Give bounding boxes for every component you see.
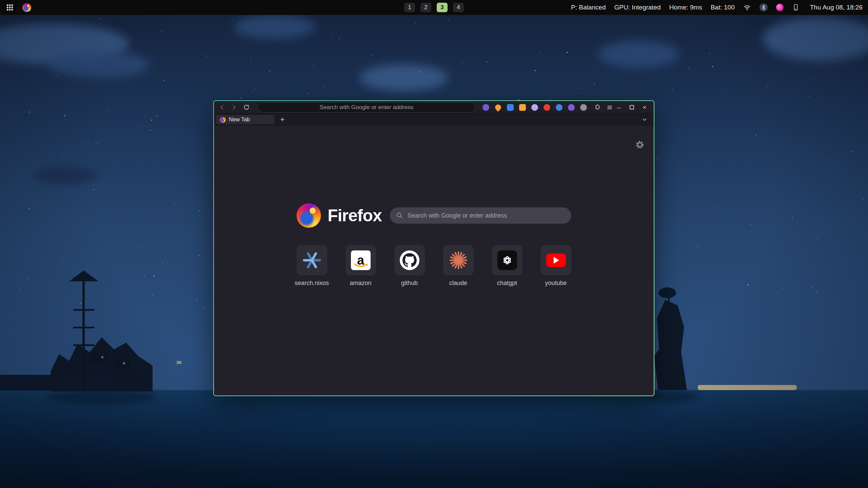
minimize-button[interactable]: – [614,103,623,112]
window-controls: – × [614,103,654,112]
maximize-button[interactable] [627,103,636,112]
cloud [34,166,98,185]
firefox-brand: Firefox [296,203,382,228]
tile [443,245,474,276]
chatgpt-icon [497,250,517,270]
display-icon[interactable] [792,4,800,11]
shortcut-claude[interactable]: claude [443,245,474,287]
shortcut-youtube[interactable]: youtube [541,245,571,287]
topbar-right: P: Balanced GPU: Integrated Home: 9ms Ba… [571,3,868,12]
tile-label: chatgpt [497,280,517,287]
shortcut-tiles: search.nixos a amazon [297,245,571,287]
newtab-search-input[interactable] [408,212,565,219]
github-icon [400,250,419,270]
search-icon [396,212,403,219]
island-light [102,357,103,358]
extension-icon-6[interactable] [544,104,550,111]
extension-icon-8[interactable] [568,104,575,111]
watchtower-pole [82,281,85,390]
wifi-icon[interactable] [743,4,751,12]
watchtower-roof [69,270,98,281]
back-button[interactable] [217,102,227,113]
gear-icon [635,140,644,149]
watchtower-platform [73,344,94,346]
power-profile-status: P: Balanced [571,4,606,11]
extension-icon-5[interactable] [531,104,538,111]
cloud [360,64,448,92]
nixos-icon [302,251,321,270]
amazon-icon: a [351,250,371,270]
tab-bar: New Tab + [214,114,654,125]
forward-button[interactable] [229,102,238,113]
top-status-bar: 1 2 3 4 P: Balanced GPU: Integrated Home… [0,0,868,15]
bluetooth-icon[interactable] [760,3,768,12]
workspace-switcher: 1 2 3 4 [404,3,464,12]
tile [541,245,571,276]
island-light [123,363,125,364]
wallpaper-sign-text: 3K [176,360,182,365]
app-launcher-button[interactable] [5,2,15,13]
newtab-page: Firefox [214,125,654,395]
tile [297,245,327,276]
tab-new-tab[interactable]: New Tab [216,115,274,124]
shortcut-amazon[interactable]: a amazon [346,245,376,287]
shortcut-chatgpt[interactable]: chatgpt [492,245,522,287]
watchtower-platform [73,309,94,311]
url-input[interactable] [258,103,475,112]
battery-status: Bat: 100 [711,4,735,11]
youtube-icon [546,253,566,267]
workspace-button-2[interactable]: 2 [420,3,431,12]
personalize-button[interactable] [635,140,644,150]
extension-icon-2[interactable] [494,103,502,111]
claude-icon [449,251,468,270]
app-menu-button[interactable] [605,102,614,113]
workspace-button-3[interactable]: 3 [437,3,448,12]
island-shore [0,375,115,390]
reload-button[interactable] [241,102,251,113]
tile-label: github [401,280,418,287]
tile-label: youtube [545,280,567,287]
newtab-search-bar [390,207,571,224]
wallpaper-ocean [0,390,868,488]
forward-icon [231,104,237,111]
hut-silhouette [115,359,130,367]
extension-icon-4[interactable] [519,104,526,111]
firefox-icon [22,3,31,12]
color-indicator-icon[interactable] [776,4,784,11]
play-triangle [554,257,559,264]
latency-status: Home: 9ms [669,4,702,11]
extension-icon-3[interactable] [507,104,514,111]
tab-favicon [220,117,226,123]
new-tab-button[interactable]: + [278,115,287,124]
tile-label: amazon [350,280,371,287]
beach-strip [698,385,797,390]
workspace-button-4[interactable]: 4 [453,3,464,12]
extension-icon-9[interactable] [580,104,587,111]
topbar-left [0,2,32,13]
cloud [47,51,149,78]
apps-grid-icon [6,4,13,11]
browser-toolbar: – × [214,101,654,114]
hut-silhouette [91,353,108,363]
maximize-icon [630,105,634,109]
shortcut-github[interactable]: github [394,245,425,287]
tile: a [346,245,376,276]
url-bar [258,102,475,113]
chevron-down-icon [642,117,648,123]
workspace-button-1[interactable]: 1 [404,3,415,12]
extensions-menu-button[interactable] [592,102,602,113]
extension-icon-1[interactable] [482,104,489,111]
browser-window-frame: – × New Tab + [213,100,654,396]
extension-icon-7[interactable] [556,104,563,111]
tree-silhouette [658,287,676,298]
newtab-hero: Firefox [296,203,571,228]
list-all-tabs-button[interactable] [639,115,650,125]
cloud [234,15,315,39]
firefox-launcher-button[interactable] [22,2,32,13]
tree-trunk [668,296,670,304]
tab-title: New Tab [229,117,250,123]
tile [492,245,522,276]
browser-window: – × New Tab + [214,101,654,395]
shortcut-search-nixos[interactable]: search.nixos [297,245,327,287]
close-button[interactable]: × [640,103,649,112]
